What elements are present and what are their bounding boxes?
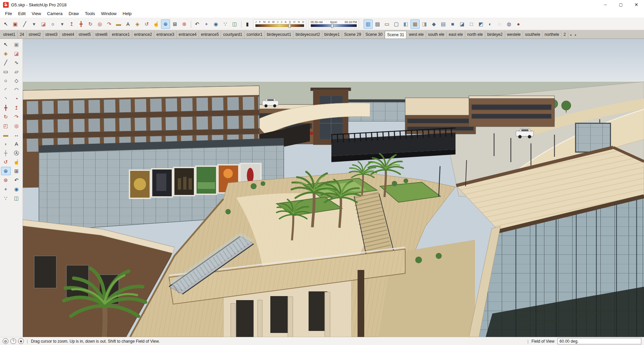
tape-measure-tool[interactable]: ▬ bbox=[1, 131, 11, 139]
xray-mode-toggle[interactable]: ▥ bbox=[364, 19, 373, 29]
scene-tab[interactable]: 24 bbox=[18, 31, 26, 39]
scene-tab[interactable]: street2 bbox=[26, 31, 43, 39]
help-button[interactable]: ? bbox=[10, 338, 16, 344]
move-tool[interactable]: ╋ bbox=[1, 104, 11, 112]
scene-tab[interactable]: west ele bbox=[407, 31, 426, 39]
orbit-tool[interactable]: ↺ bbox=[142, 19, 151, 29]
minimize-button[interactable]: ─ bbox=[598, 0, 613, 9]
pie-tool[interactable]: ◔ bbox=[12, 94, 21, 103]
right-view-button[interactable]: ◪ bbox=[458, 19, 467, 29]
walk-tool[interactable]: ∵ bbox=[221, 19, 230, 29]
polygon-tool[interactable]: ◇ bbox=[12, 76, 21, 85]
menu-item[interactable]: Window bbox=[98, 10, 119, 17]
shadow-date-track[interactable] bbox=[255, 24, 304, 27]
back-edges-toggle[interactable]: ▨ bbox=[373, 19, 382, 29]
push-pull-tool[interactable]: ↥ bbox=[67, 19, 76, 29]
rotate-tool[interactable]: ↻ bbox=[86, 19, 95, 29]
axes-tool[interactable]: ┼ bbox=[1, 149, 11, 157]
scene-tab[interactable]: Scene 31 bbox=[385, 31, 407, 39]
scene-tab[interactable]: birdeye2 bbox=[485, 31, 505, 39]
wireframe-style-button[interactable]: ▭ bbox=[382, 19, 391, 29]
make-component-tool[interactable]: ▣ bbox=[11, 19, 20, 29]
rectangle-tool[interactable]: ▭ bbox=[1, 67, 11, 76]
scene-tab[interactable]: street5 bbox=[76, 31, 93, 39]
section-plane-tool[interactable]: ◫ bbox=[12, 194, 21, 202]
zoom-window-tool[interactable]: ⊞ bbox=[12, 167, 21, 175]
pan-tool[interactable]: ☝ bbox=[152, 19, 161, 29]
shadow-date-handle[interactable] bbox=[288, 24, 291, 28]
previous-view-button[interactable]: ↶ bbox=[193, 19, 202, 29]
shadow-time-handle[interactable] bbox=[331, 24, 333, 28]
zoom-extents-tool[interactable]: ⊛ bbox=[1, 176, 11, 184]
zoom-extents-tool[interactable]: ⊛ bbox=[180, 19, 189, 29]
zoom-tool[interactable]: ⊕ bbox=[161, 19, 170, 29]
offset-tool[interactable]: ◎ bbox=[12, 122, 21, 130]
scene-tab[interactable]: birdeyecourt1 bbox=[265, 31, 293, 39]
text-tool[interactable]: A bbox=[12, 140, 21, 148]
tape-measure-tool[interactable]: ▬ bbox=[114, 19, 123, 29]
scene-tabs-scroll-right[interactable]: ▸ bbox=[573, 31, 578, 39]
account-button[interactable]: ☻ bbox=[18, 338, 24, 344]
front-view-button[interactable]: ■ bbox=[448, 19, 457, 29]
three-point-arc-tool[interactable]: ◝ bbox=[1, 94, 11, 103]
follow-me-tool[interactable]: ↷ bbox=[105, 19, 114, 29]
two-point-arc-tool[interactable]: ◠ bbox=[12, 85, 21, 94]
section-plane-tool[interactable]: ◫ bbox=[230, 19, 239, 29]
move-tool[interactable]: ╋ bbox=[76, 19, 86, 29]
materials-dialog-button[interactable]: ● bbox=[514, 19, 523, 29]
scene-tab[interactable]: entrance2 bbox=[132, 31, 154, 39]
geolocation-button[interactable]: ◍ bbox=[3, 338, 8, 344]
shaded-textures-style-button[interactable]: ▦ bbox=[411, 19, 420, 29]
zoom-window-tool[interactable]: ⊞ bbox=[170, 19, 179, 29]
scene-tab[interactable]: south ele bbox=[426, 31, 447, 39]
menu-item[interactable]: Tools bbox=[82, 10, 98, 17]
scene-tab[interactable]: northele bbox=[543, 31, 561, 39]
iso-view-button[interactable]: ◆ bbox=[429, 19, 438, 29]
scene-tab[interactable]: entrance1 bbox=[110, 31, 132, 39]
shadow-time-slider[interactable]: 05:39 AM Noon 06:19 PM bbox=[309, 19, 359, 29]
select-tool[interactable]: ↖ bbox=[1, 19, 10, 29]
scene-tab[interactable]: birdeyecourt2 bbox=[293, 31, 322, 39]
menu-item[interactable]: Camera bbox=[44, 10, 65, 17]
pan-tool[interactable]: ☝ bbox=[12, 158, 21, 166]
menu-item[interactable]: View bbox=[29, 10, 44, 17]
fov-input[interactable] bbox=[557, 338, 641, 344]
model-viewport-canvas[interactable] bbox=[23, 39, 644, 337]
scene-tab[interactable]: Scene 29 bbox=[342, 31, 364, 39]
scene-tab[interactable]: courtyard1 bbox=[221, 31, 245, 39]
shapes-tool[interactable]: ○ bbox=[48, 19, 57, 29]
scene-tab[interactable]: southele bbox=[523, 31, 542, 39]
scene-tab[interactable]: westele bbox=[505, 31, 523, 39]
shadows-toggle[interactable]: ◐ bbox=[486, 19, 495, 29]
follow-me-tool[interactable]: ↷ bbox=[12, 113, 21, 121]
scene-tab[interactable]: entrance5 bbox=[199, 31, 221, 39]
shadow-dialog-button[interactable]: ▮ bbox=[243, 19, 252, 29]
maximize-button[interactable]: ▢ bbox=[613, 0, 629, 9]
rotated-rectangle-tool[interactable]: ▱ bbox=[12, 67, 21, 76]
offset-tool[interactable]: ◎ bbox=[95, 19, 104, 29]
line-tool-dropdown[interactable]: ▾ bbox=[30, 19, 39, 29]
rotate-tool[interactable]: ↻ bbox=[1, 113, 11, 121]
select-tool[interactable]: ↖ bbox=[1, 40, 11, 49]
viewport[interactable] bbox=[23, 39, 644, 337]
scene-tab[interactable]: entrance3 bbox=[154, 31, 176, 39]
walk-tool[interactable]: ∵ bbox=[1, 194, 11, 202]
shadow-time-track[interactable] bbox=[311, 24, 357, 27]
menu-item[interactable]: File bbox=[2, 10, 15, 17]
scene-tab[interactable]: north ele bbox=[465, 31, 485, 39]
eraser-tool[interactable]: ◪ bbox=[39, 19, 48, 29]
close-button[interactable]: ✕ bbox=[629, 0, 644, 9]
menu-item[interactable]: Edit bbox=[15, 10, 29, 17]
arc-tool[interactable]: ◜ bbox=[1, 85, 11, 94]
look-around-tool[interactable]: ◉ bbox=[12, 185, 21, 193]
protractor-tool[interactable]: ◗ bbox=[1, 140, 11, 148]
menu-item[interactable]: Help bbox=[120, 10, 135, 17]
scene-tab[interactable]: birdeye1 bbox=[322, 31, 342, 39]
scene-tabs-scroll-left[interactable]: ◂ bbox=[568, 31, 573, 39]
previous-view-button[interactable]: ↶ bbox=[12, 176, 21, 184]
eraser-tool[interactable]: ◪ bbox=[12, 49, 21, 58]
push-pull-tool[interactable]: ↥ bbox=[12, 104, 21, 112]
shadow-date-slider[interactable]: JFMAMJJASOND bbox=[253, 19, 306, 29]
circle-tool[interactable]: ○ bbox=[1, 76, 11, 85]
scene-tab[interactable]: corridor1 bbox=[245, 31, 265, 39]
